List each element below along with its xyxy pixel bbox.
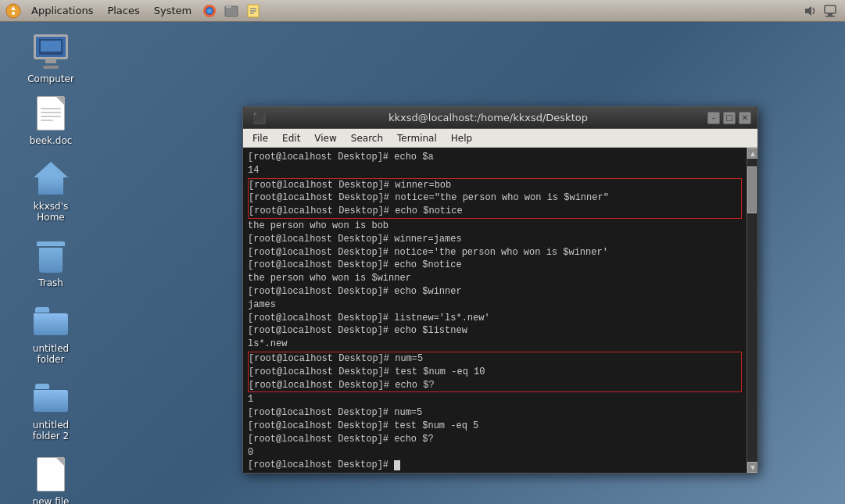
terminal-content[interactable]: [root@localhost Desktop]# echo $a14[root… bbox=[243, 148, 747, 473]
places-menu[interactable]: Places bbox=[101, 3, 145, 18]
trash-icon-img bbox=[32, 237, 70, 274]
untitled-folder-label: untitled folder bbox=[19, 343, 83, 365]
terminal-line: [root@localhost Desktop]# num=5 bbox=[248, 406, 742, 420]
new-file-icon-img bbox=[32, 456, 70, 493]
network-icon[interactable] bbox=[822, 2, 839, 20]
terminal-line: [root@localhost Desktop]# echo $a bbox=[248, 151, 742, 164]
highlight-group-1: [root@localhost Desktop]# winner=bob[roo… bbox=[248, 178, 742, 219]
terminal-line: 1 bbox=[248, 393, 742, 406]
terminal-body: [root@localhost Desktop]# echo $a14[root… bbox=[243, 148, 757, 473]
terminal-search-menu[interactable]: Search bbox=[345, 131, 389, 145]
applications-menu[interactable]: Applications bbox=[25, 3, 99, 18]
terminal-title: kkxsd@localhost:/home/kkxsd/Desktop bbox=[269, 112, 707, 123]
files-icon[interactable] bbox=[224, 3, 239, 19]
home-icon[interactable]: kkxsd's Home bbox=[16, 157, 86, 226]
terminal-window: ⬛ kkxsd@localhost:/home/kkxsd/Desktop – … bbox=[242, 106, 758, 474]
home-icon-img bbox=[32, 160, 70, 198]
terminal-line: [root@localhost Desktop]# num=5 bbox=[249, 352, 741, 366]
untitled-folder-2-icon-img bbox=[32, 379, 70, 416]
beek-doc-icon-img bbox=[32, 95, 70, 132]
terminal-view-menu[interactable]: View bbox=[308, 131, 342, 145]
terminal-help-menu[interactable]: Help bbox=[445, 131, 478, 145]
terminal-titlebar: ⬛ kkxsd@localhost:/home/kkxsd/Desktop – … bbox=[243, 107, 757, 129]
beek-doc-label: beek.doc bbox=[30, 135, 73, 146]
scroll-thumb[interactable] bbox=[747, 166, 757, 213]
terminal-line: [root@localhost Desktop]# bbox=[248, 459, 742, 472]
scroll-up-button[interactable]: ▲ bbox=[747, 148, 757, 159]
terminal-line: the person who won is $winner bbox=[248, 272, 742, 285]
window-buttons: – □ ✕ bbox=[707, 112, 751, 124]
highlight-group-2: [root@localhost Desktop]# num=5[root@loc… bbox=[248, 352, 742, 392]
untitled-folder-2-label: untitled folder 2 bbox=[19, 420, 83, 441]
volume-icon[interactable] bbox=[801, 2, 818, 20]
terminal-line: [root@localhost Desktop]# echo $winner bbox=[248, 285, 742, 298]
system-menu[interactable]: System bbox=[148, 3, 198, 18]
minimize-button[interactable]: – bbox=[707, 112, 720, 124]
terminal-line: 14 bbox=[248, 164, 742, 177]
close-button[interactable]: ✕ bbox=[739, 112, 751, 124]
computer-icon[interactable]: Computer bbox=[16, 30, 86, 88]
terminal-scrollbar[interactable]: ▲ ▼ bbox=[747, 148, 757, 473]
taskbar-right bbox=[801, 2, 845, 20]
terminal-line: ls*.new bbox=[248, 338, 742, 351]
terminal-line: [root@localhost Desktop]# test $num -eq … bbox=[248, 420, 742, 433]
home-label: kkxsd's Home bbox=[19, 201, 83, 223]
terminal-icon: ⬛ bbox=[249, 112, 269, 124]
terminal-file-menu[interactable]: File bbox=[246, 131, 274, 145]
desktop-icons: Computer beek.doc bbox=[16, 30, 94, 504]
svg-rect-14 bbox=[828, 13, 832, 16]
new-file-label: new file bbox=[33, 496, 70, 504]
firefox-icon[interactable] bbox=[202, 3, 217, 19]
trash-icon[interactable]: Trash bbox=[16, 234, 86, 291]
terminal-line: [root@localhost Desktop]# listnew='ls*.n… bbox=[248, 312, 742, 325]
terminal-line: [root@localhost Desktop]# echo $? bbox=[248, 433, 742, 446]
untitled-folder-icon[interactable]: untitled folder bbox=[16, 299, 86, 368]
scroll-down-button[interactable]: ▼ bbox=[747, 462, 757, 473]
maximize-button[interactable]: □ bbox=[723, 112, 736, 124]
svg-point-5 bbox=[207, 9, 212, 13]
terminal-line: [root@localhost Desktop]# winner=bob bbox=[249, 179, 741, 192]
svg-point-0 bbox=[6, 4, 20, 18]
svg-marker-12 bbox=[805, 6, 811, 16]
terminal-line: 0 bbox=[248, 446, 742, 459]
terminal-line: [root@localhost Desktop]# echo $? bbox=[249, 379, 741, 392]
taskbar-menu: Applications Places System bbox=[0, 3, 263, 19]
computer-label: Computer bbox=[27, 73, 74, 84]
desktop: Computer beek.doc bbox=[0, 22, 845, 504]
app-launcher-icon bbox=[5, 3, 21, 19]
computer-icon-img bbox=[32, 33, 70, 70]
terminal-menubar: File Edit View Search Terminal Help bbox=[243, 129, 757, 148]
svg-rect-17 bbox=[41, 41, 61, 52]
svg-rect-7 bbox=[226, 5, 231, 8]
terminal-line: [root@localhost Desktop]# notice="the pe… bbox=[249, 191, 741, 205]
taskbar-top: Applications Places System bbox=[0, 0, 845, 22]
svg-point-2 bbox=[12, 12, 15, 15]
terminal-line: [root@localhost Desktop]# echo $notice bbox=[248, 259, 742, 272]
scroll-track bbox=[747, 159, 757, 462]
new-file-icon[interactable]: new file bbox=[16, 452, 86, 504]
editor-icon[interactable] bbox=[245, 3, 261, 19]
trash-label: Trash bbox=[38, 277, 63, 288]
terminal-edit-menu[interactable]: Edit bbox=[276, 131, 306, 145]
terminal-line: the person who won is bob bbox=[248, 220, 742, 233]
terminal-line: [root@localhost Desktop]# echo $notice bbox=[249, 205, 741, 218]
untitled-folder-2-icon[interactable]: untitled folder 2 bbox=[16, 376, 86, 445]
terminal-line: [root@localhost Desktop]# echo $listnew bbox=[248, 324, 742, 338]
terminal-cursor bbox=[394, 460, 400, 470]
terminal-terminal-menu[interactable]: Terminal bbox=[391, 131, 443, 145]
terminal-line: [root@localhost Desktop]# test $num -eq … bbox=[249, 366, 741, 379]
beek-doc-icon[interactable]: beek.doc bbox=[16, 91, 86, 149]
untitled-folder-icon-img bbox=[32, 302, 70, 340]
terminal-line: [root@localhost Desktop]# notice='the pe… bbox=[248, 246, 742, 259]
terminal-line: [root@localhost Desktop]# winner=james bbox=[248, 233, 742, 246]
terminal-line: james bbox=[248, 298, 742, 312]
svg-rect-13 bbox=[825, 5, 836, 13]
